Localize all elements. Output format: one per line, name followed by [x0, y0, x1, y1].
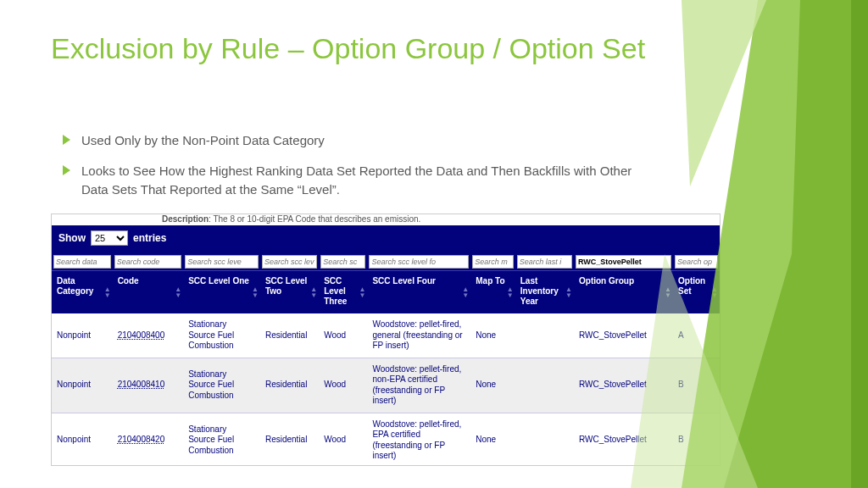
cell-year: [515, 413, 574, 466]
cell-code-link[interactable]: 2104008400: [118, 330, 165, 340]
cell-code-link[interactable]: 2104008410: [118, 380, 165, 389]
cell-category: Nonpoint: [52, 413, 113, 466]
cell-scc4: Woodstove: pellet-fired, general (freest…: [367, 313, 470, 358]
svg-marker-4: [851, 0, 868, 488]
pager-select[interactable]: 25: [91, 230, 128, 246]
sort-icon: ▲▼: [507, 286, 514, 298]
svg-marker-2: [682, 0, 766, 186]
filter-last-year[interactable]: [517, 255, 572, 269]
pager-row: Show 25 entries: [52, 225, 720, 251]
col-data-category[interactable]: Data Category▲▼: [52, 271, 113, 314]
sort-icon: ▲▼: [565, 286, 572, 298]
cell-mapto: None: [470, 413, 515, 466]
description-label: Description: [162, 214, 209, 224]
cell-year: [515, 313, 574, 358]
col-mapto[interactable]: Map To▲▼: [470, 271, 515, 314]
svg-marker-1: [724, 0, 868, 488]
cell-category: Nonpoint: [52, 313, 113, 358]
table-row: Nonpoint 2104008410 Stationary Source Fu…: [52, 358, 720, 413]
sort-icon: ▲▼: [104, 286, 111, 298]
filter-mapto[interactable]: [472, 255, 514, 269]
sort-icon: ▲▼: [310, 286, 317, 298]
col-last-year[interactable]: Last Inventory Year▲▼: [515, 271, 574, 314]
cell-scc2: Residential: [260, 313, 319, 358]
cell-option-group: RWC_StovePellet: [574, 358, 673, 413]
cell-year: [515, 358, 574, 413]
bullet-list: Used Only by the Non-Point Data Category…: [63, 131, 648, 210]
cell-option-set: B: [673, 358, 720, 413]
cell-option-group: RWC_StovePellet: [574, 413, 673, 466]
sort-icon: ▲▼: [711, 286, 718, 298]
cell-mapto: None: [470, 313, 515, 358]
table-row: Nonpoint 2104008400 Stationary Source Fu…: [52, 313, 720, 358]
cell-option-set: A: [673, 313, 720, 358]
cell-category: Nonpoint: [52, 358, 113, 413]
col-scc1[interactable]: SCC Level One▲▼: [183, 271, 260, 314]
cell-code-link[interactable]: 2104008420: [118, 435, 165, 444]
cell-option-set: B: [673, 413, 720, 466]
cell-scc4: Woodstove: pellet-fired, non-EPA certifi…: [367, 358, 470, 413]
cell-scc3: Wood: [319, 313, 367, 358]
filter-data-category[interactable]: [53, 255, 111, 269]
filter-row: [52, 251, 720, 271]
header-row: Data Category▲▼ Code▲▼ SCC Level One▲▼ S…: [52, 271, 720, 314]
filter-scc3[interactable]: [320, 255, 365, 269]
data-table: Data Category▲▼ Code▲▼ SCC Level One▲▼ S…: [52, 251, 720, 466]
bullet-item: Looks to See How the Highest Ranking Dat…: [63, 162, 648, 199]
cell-scc2: Residential: [260, 358, 319, 413]
filter-scc1[interactable]: [185, 255, 259, 269]
sort-icon: ▲▼: [359, 286, 366, 298]
cell-scc1: Stationary Source Fuel Combustion: [183, 313, 260, 358]
col-scc3[interactable]: SCC Level Three▲▼: [319, 271, 367, 314]
col-scc2[interactable]: SCC Level Two▲▼: [260, 271, 319, 314]
cell-scc3: Wood: [319, 413, 367, 466]
filter-option-group[interactable]: [576, 255, 671, 269]
filter-option-set[interactable]: [675, 255, 718, 269]
pager-entries-label: entries: [133, 232, 166, 244]
filter-scc4[interactable]: [369, 255, 469, 269]
pager-show-label: Show: [58, 232, 86, 244]
col-option-group[interactable]: Option Group▲▼: [574, 271, 673, 314]
cell-option-group: RWC_StovePellet: [574, 313, 673, 358]
cell-scc4: Woodstove: pellet-fired, EPA certified (…: [367, 413, 470, 466]
col-code[interactable]: Code▲▼: [113, 271, 184, 314]
description-row: Description: The 8 or 10-digit EPA Code …: [52, 214, 720, 225]
sort-icon: ▲▼: [252, 286, 259, 298]
bullet-item: Used Only by the Non-Point Data Category: [63, 131, 648, 150]
col-scc4[interactable]: SCC Level Four▲▼: [367, 271, 470, 314]
cell-scc3: Wood: [319, 358, 367, 413]
slide: Exclusion by Rule – Option Group / Optio…: [0, 0, 868, 488]
cell-mapto: None: [470, 358, 515, 413]
sort-icon: ▲▼: [462, 286, 469, 298]
data-table-screenshot: Description: The 8 or 10-digit EPA Code …: [51, 214, 721, 466]
sort-icon: ▲▼: [175, 286, 181, 298]
filter-code[interactable]: [114, 255, 182, 269]
description-text: : The 8 or 10-digit EPA Code that descri…: [209, 214, 420, 224]
slide-title: Exclusion by Rule – Option Group / Optio…: [51, 30, 678, 67]
col-option-set[interactable]: Option Set▲▼: [673, 271, 720, 314]
cell-scc1: Stationary Source Fuel Combustion: [183, 358, 260, 413]
filter-scc2[interactable]: [262, 255, 317, 269]
cell-scc1: Stationary Source Fuel Combustion: [183, 413, 260, 466]
cell-scc2: Residential: [260, 413, 319, 466]
table-row: Nonpoint 2104008420 Stationary Source Fu…: [52, 413, 720, 466]
sort-icon: ▲▼: [665, 286, 671, 298]
